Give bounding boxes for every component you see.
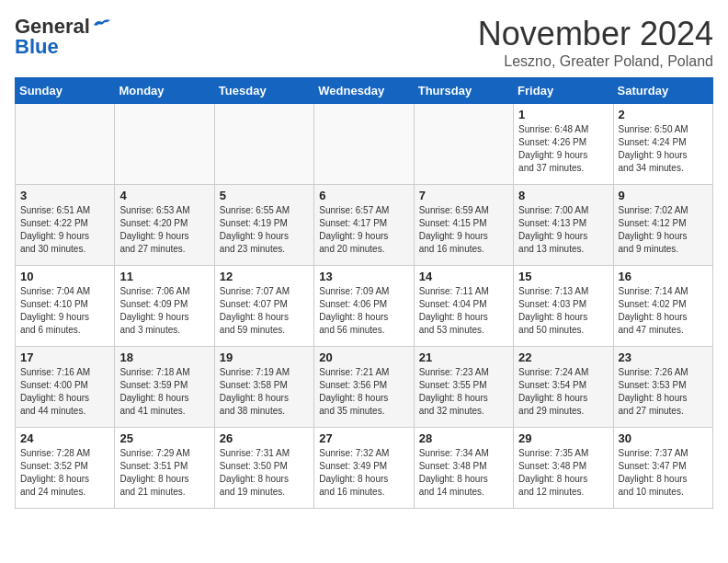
day-number: 14 (419, 270, 508, 283)
logo-blue: Blue (15, 35, 59, 59)
calendar-day-cell: 10Sunrise: 7:04 AM Sunset: 4:10 PM Dayli… (16, 266, 115, 347)
calendar-day-cell: 17Sunrise: 7:16 AM Sunset: 4:00 PM Dayli… (16, 347, 115, 428)
day-number: 25 (119, 431, 209, 445)
day-number: 8 (518, 189, 608, 202)
day-number: 20 (319, 350, 408, 364)
calendar-day-cell: 13Sunrise: 7:09 AM Sunset: 4:06 PM Dayli… (314, 266, 414, 347)
day-number: 10 (20, 270, 109, 283)
calendar-week-row: 3Sunrise: 6:51 AM Sunset: 4:22 PM Daylig… (16, 185, 713, 266)
calendar-day-cell: 4Sunrise: 6:53 AM Sunset: 4:20 PM Daylig… (115, 185, 214, 266)
day-info: Sunrise: 7:09 AM Sunset: 4:06 PM Dayligh… (319, 285, 408, 337)
header: General Blue November 2024 Leszno, Great… (15, 15, 713, 70)
logo-bird-icon (92, 17, 112, 32)
calendar-day-cell: 27Sunrise: 7:32 AM Sunset: 3:49 PM Dayli… (314, 428, 414, 509)
calendar-day-cell (414, 104, 513, 185)
calendar-day-cell: 24Sunrise: 7:28 AM Sunset: 3:52 PM Dayli… (16, 428, 115, 509)
day-number: 22 (518, 350, 608, 364)
calendar-day-cell: 28Sunrise: 7:34 AM Sunset: 3:48 PM Dayli… (414, 428, 513, 509)
day-number: 7 (419, 189, 508, 202)
day-info: Sunrise: 6:59 AM Sunset: 4:15 PM Dayligh… (419, 204, 508, 256)
day-number: 3 (20, 189, 109, 202)
calendar-day-cell: 30Sunrise: 7:37 AM Sunset: 3:47 PM Dayli… (613, 428, 712, 509)
weekday-header-sunday: Sunday (16, 78, 115, 104)
day-info: Sunrise: 7:00 AM Sunset: 4:13 PM Dayligh… (518, 204, 608, 256)
calendar-day-cell: 23Sunrise: 7:26 AM Sunset: 3:53 PM Dayli… (613, 347, 712, 428)
day-info: Sunrise: 7:35 AM Sunset: 3:48 PM Dayligh… (518, 447, 608, 499)
day-number: 17 (20, 350, 109, 364)
day-info: Sunrise: 7:32 AM Sunset: 3:49 PM Dayligh… (319, 447, 408, 499)
day-info: Sunrise: 7:28 AM Sunset: 3:52 PM Dayligh… (20, 447, 109, 499)
day-number: 29 (518, 431, 608, 445)
day-info: Sunrise: 7:34 AM Sunset: 3:48 PM Dayligh… (419, 447, 508, 499)
calendar-day-cell (214, 104, 313, 185)
day-number: 26 (220, 431, 309, 445)
day-number: 23 (619, 350, 708, 364)
day-info: Sunrise: 6:55 AM Sunset: 4:19 PM Dayligh… (220, 204, 309, 256)
weekday-header-row: SundayMondayTuesdayWednesdayThursdayFrid… (16, 78, 713, 104)
day-info: Sunrise: 7:24 AM Sunset: 3:54 PM Dayligh… (518, 366, 608, 418)
day-number: 18 (119, 350, 209, 364)
day-number: 6 (319, 189, 408, 202)
day-info: Sunrise: 7:19 AM Sunset: 3:58 PM Dayligh… (220, 366, 309, 418)
calendar-table: SundayMondayTuesdayWednesdayThursdayFrid… (15, 77, 713, 509)
calendar-day-cell: 22Sunrise: 7:24 AM Sunset: 3:54 PM Dayli… (514, 347, 613, 428)
day-number: 5 (220, 189, 309, 202)
day-number: 15 (518, 270, 608, 283)
calendar-day-cell: 9Sunrise: 7:02 AM Sunset: 4:12 PM Daylig… (613, 185, 712, 266)
calendar-day-cell: 2Sunrise: 6:50 AM Sunset: 4:24 PM Daylig… (613, 104, 712, 185)
calendar-day-cell: 6Sunrise: 6:57 AM Sunset: 4:17 PM Daylig… (314, 185, 414, 266)
logo: General Blue (15, 15, 112, 59)
day-info: Sunrise: 7:06 AM Sunset: 4:09 PM Dayligh… (119, 285, 209, 337)
calendar-day-cell: 25Sunrise: 7:29 AM Sunset: 3:51 PM Dayli… (115, 428, 214, 509)
month-title: November 2024 (478, 15, 713, 53)
calendar-day-cell: 8Sunrise: 7:00 AM Sunset: 4:13 PM Daylig… (514, 185, 613, 266)
calendar-day-cell: 7Sunrise: 6:59 AM Sunset: 4:15 PM Daylig… (414, 185, 513, 266)
day-number: 30 (619, 431, 708, 445)
calendar-week-row: 10Sunrise: 7:04 AM Sunset: 4:10 PM Dayli… (16, 266, 713, 347)
day-number: 19 (220, 350, 309, 364)
day-info: Sunrise: 7:16 AM Sunset: 4:00 PM Dayligh… (20, 366, 109, 418)
calendar-week-row: 1Sunrise: 6:48 AM Sunset: 4:26 PM Daylig… (16, 104, 713, 185)
weekday-header-wednesday: Wednesday (314, 78, 414, 104)
weekday-header-thursday: Thursday (414, 78, 513, 104)
calendar-day-cell (314, 104, 414, 185)
day-info: Sunrise: 6:57 AM Sunset: 4:17 PM Dayligh… (319, 204, 408, 256)
day-info: Sunrise: 6:53 AM Sunset: 4:20 PM Dayligh… (119, 204, 209, 256)
day-info: Sunrise: 7:37 AM Sunset: 3:47 PM Dayligh… (619, 447, 708, 499)
calendar-day-cell: 19Sunrise: 7:19 AM Sunset: 3:58 PM Dayli… (214, 347, 313, 428)
day-number: 12 (220, 270, 309, 283)
calendar-day-cell: 20Sunrise: 7:21 AM Sunset: 3:56 PM Dayli… (314, 347, 414, 428)
day-info: Sunrise: 7:18 AM Sunset: 3:59 PM Dayligh… (119, 366, 209, 418)
day-number: 16 (619, 270, 708, 283)
day-number: 28 (419, 431, 508, 445)
day-info: Sunrise: 7:13 AM Sunset: 4:03 PM Dayligh… (518, 285, 608, 337)
day-info: Sunrise: 7:26 AM Sunset: 3:53 PM Dayligh… (619, 366, 708, 418)
calendar-day-cell (16, 104, 115, 185)
day-info: Sunrise: 7:11 AM Sunset: 4:04 PM Dayligh… (419, 285, 508, 337)
day-info: Sunrise: 7:23 AM Sunset: 3:55 PM Dayligh… (419, 366, 508, 418)
title-area: November 2024 Leszno, Greater Poland, Po… (478, 15, 713, 70)
calendar-day-cell: 5Sunrise: 6:55 AM Sunset: 4:19 PM Daylig… (214, 185, 313, 266)
day-number: 1 (518, 108, 608, 121)
day-number: 2 (619, 108, 708, 121)
calendar-day-cell: 11Sunrise: 7:06 AM Sunset: 4:09 PM Dayli… (115, 266, 214, 347)
calendar-day-cell: 14Sunrise: 7:11 AM Sunset: 4:04 PM Dayli… (414, 266, 513, 347)
day-info: Sunrise: 7:14 AM Sunset: 4:02 PM Dayligh… (619, 285, 708, 337)
day-info: Sunrise: 6:51 AM Sunset: 4:22 PM Dayligh… (20, 204, 109, 256)
day-number: 21 (419, 350, 508, 364)
weekday-header-monday: Monday (115, 78, 214, 104)
calendar-day-cell: 3Sunrise: 6:51 AM Sunset: 4:22 PM Daylig… (16, 185, 115, 266)
weekday-header-tuesday: Tuesday (214, 78, 313, 104)
day-number: 4 (119, 189, 209, 202)
calendar-day-cell: 29Sunrise: 7:35 AM Sunset: 3:48 PM Dayli… (514, 428, 613, 509)
day-info: Sunrise: 7:02 AM Sunset: 4:12 PM Dayligh… (619, 204, 708, 256)
day-number: 11 (119, 270, 209, 283)
calendar-day-cell: 21Sunrise: 7:23 AM Sunset: 3:55 PM Dayli… (414, 347, 513, 428)
day-number: 24 (20, 431, 109, 445)
calendar-day-cell: 18Sunrise: 7:18 AM Sunset: 3:59 PM Dayli… (115, 347, 214, 428)
weekday-header-friday: Friday (514, 78, 613, 104)
day-number: 9 (619, 189, 708, 202)
calendar-week-row: 24Sunrise: 7:28 AM Sunset: 3:52 PM Dayli… (16, 428, 713, 509)
day-info: Sunrise: 6:50 AM Sunset: 4:24 PM Dayligh… (619, 123, 708, 175)
calendar-week-row: 17Sunrise: 7:16 AM Sunset: 4:00 PM Dayli… (16, 347, 713, 428)
